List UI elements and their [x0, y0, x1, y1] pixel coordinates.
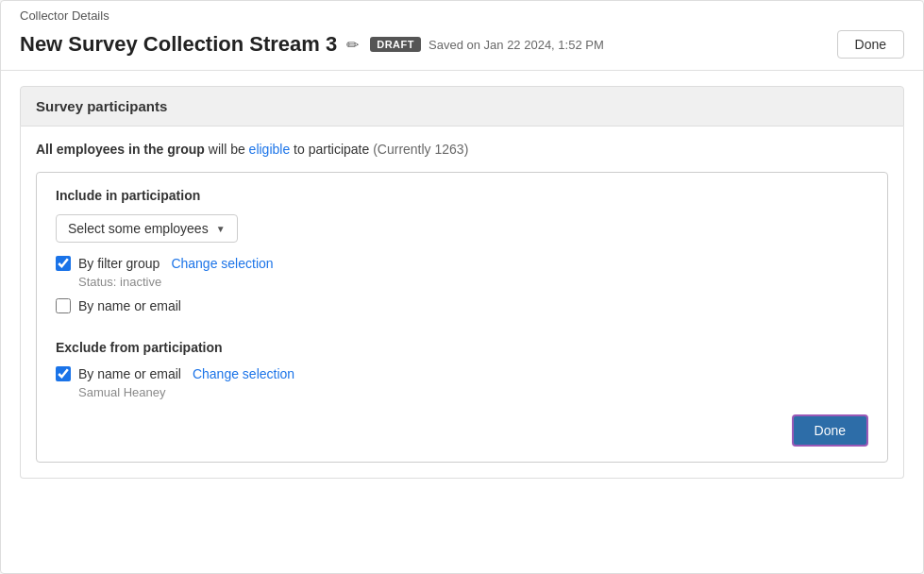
eligible-word: eligible: [249, 142, 291, 157]
include-title: Include in participation: [56, 188, 868, 203]
edit-icon[interactable]: ✏: [346, 36, 359, 54]
breadcrumb: Collector Details: [1, 1, 923, 26]
exclude-title: Exclude from participation: [56, 340, 868, 355]
name-email-checkbox[interactable]: [56, 298, 71, 313]
excluded-person: Samual Heaney: [78, 385, 868, 399]
saved-text: Saved on Jan 22 2024, 1:52 PM: [428, 38, 837, 52]
survey-participants-title: Survey participants: [36, 98, 167, 114]
exclude-name-email-checkbox[interactable]: [56, 366, 71, 381]
done-button-top[interactable]: Done: [837, 30, 904, 59]
bottom-row: Done: [56, 414, 868, 447]
name-email-row: By name or email: [56, 298, 868, 313]
select-employees-dropdown[interactable]: Select some employees ▼: [56, 214, 238, 243]
filter-group-change-link[interactable]: Change selection: [171, 256, 273, 271]
content-area: Survey participants All employees in the…: [1, 86, 923, 498]
main-window: Collector Details New Survey Collection …: [0, 0, 924, 574]
header-row: New Survey Collection Stream 3 ✏ DRAFT S…: [1, 26, 923, 71]
eligible-mid: will be: [205, 142, 249, 157]
filter-group-checkbox[interactable]: [56, 256, 71, 271]
exclude-change-link[interactable]: Change selection: [193, 366, 294, 381]
section-divider: [56, 317, 868, 340]
eligible-text: All employees in the group will be eligi…: [36, 142, 888, 157]
page-title: New Survey Collection Stream 3: [20, 32, 337, 57]
eligible-count: (Currently 1263): [373, 142, 468, 157]
eligible-end: to participate: [290, 142, 369, 157]
dropdown-arrow-icon: ▼: [216, 224, 226, 234]
survey-participants-body: All employees in the group will be eligi…: [20, 127, 904, 479]
eligible-bold: All employees in the group: [36, 142, 205, 157]
dropdown-label: Select some employees: [68, 221, 209, 236]
done-button-bottom[interactable]: Done: [792, 414, 868, 447]
exclude-name-email-row: By name or email Change selection: [56, 366, 868, 381]
survey-participants-header: Survey participants: [20, 86, 904, 127]
draft-badge: DRAFT: [370, 37, 421, 52]
participation-box: Include in participation Select some emp…: [36, 172, 888, 463]
filter-group-status: Status: inactive: [78, 275, 868, 289]
filter-group-row: By filter group Change selection: [56, 256, 868, 271]
filter-group-label: By filter group: [78, 256, 160, 271]
exclude-name-email-label: By name or email: [78, 366, 181, 381]
breadcrumb-label: Collector Details: [20, 8, 109, 23]
name-email-label: By name or email: [78, 298, 181, 313]
